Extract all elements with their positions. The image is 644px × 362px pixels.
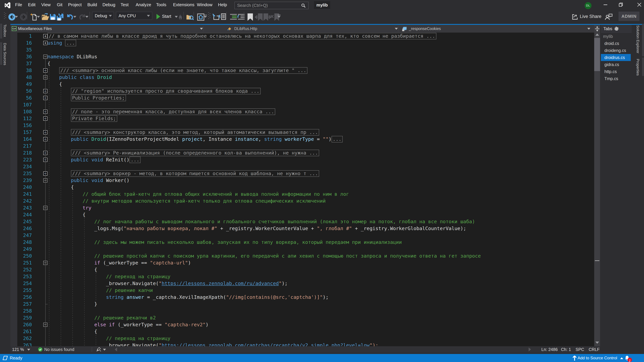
split-window-icon[interactable] bbox=[595, 26, 600, 31]
scrollbar-thumb[interactable] bbox=[594, 38, 600, 71]
start-debug-icon[interactable] bbox=[156, 14, 160, 19]
hscroll-right-icon[interactable] bbox=[528, 348, 531, 352]
menu-extensions[interactable]: Extensions bbox=[173, 0, 194, 9]
tool-tab-solution-explorer[interactable]: Solution Explorer bbox=[636, 25, 640, 55]
navbar-project-dropdown[interactable]: Miscellaneous Files bbox=[18, 25, 52, 32]
code-line-49[interactable]: 49{ bbox=[10, 81, 594, 88]
close-button[interactable] bbox=[634, 0, 644, 9]
toolbar-overflow-icon[interactable] bbox=[204, 15, 207, 18]
background-tasks-icon[interactable] bbox=[3, 356, 8, 360]
project-badge[interactable]: mylib bbox=[314, 1, 330, 9]
redo-dropdown[interactable] bbox=[85, 16, 88, 18]
collapsed-region-box[interactable]: Public Properties; bbox=[71, 95, 126, 101]
menu-project[interactable]: Project bbox=[68, 0, 82, 9]
code-line-241[interactable]: 241// общий блок трай-кетч для отлова об… bbox=[10, 191, 594, 198]
code-line-245[interactable]: 245// лог начала работы с выводом локаль… bbox=[10, 218, 594, 225]
code-line-249[interactable]: 249 bbox=[10, 246, 594, 253]
avatar[interactable]: DL bbox=[585, 2, 592, 9]
add-to-source-control-button[interactable]: Add to Source Control bbox=[578, 354, 617, 362]
save-all-icon[interactable] bbox=[56, 13, 64, 21]
expand-region-icon[interactable]: + bbox=[43, 41, 48, 45]
code-line-217[interactable]: 217 bbox=[10, 143, 594, 149]
tab-group-mylib[interactable]: mylib bbox=[601, 33, 631, 40]
expand-region-icon[interactable]: + bbox=[43, 34, 48, 38]
code-line-164[interactable]: 164+public Droid(IZennoPosterProjectMode… bbox=[10, 136, 594, 143]
menu-help[interactable]: Help bbox=[218, 0, 227, 9]
code-cleanup-caret-icon[interactable] bbox=[103, 349, 106, 351]
gear-icon[interactable] bbox=[614, 26, 619, 31]
collapsed-region-box[interactable]: /// <summary> воркер - метод, в котором … bbox=[71, 170, 319, 177]
navbar-project-caret-icon[interactable] bbox=[200, 28, 203, 30]
browser-home-icon[interactable] bbox=[197, 13, 204, 21]
code-line-246[interactable]: 246_logs.Msg("начало работы воркера, лок… bbox=[10, 225, 594, 232]
admin-button[interactable]: ADMIN bbox=[618, 11, 640, 21]
code-line-157[interactable]: 157+/// <summary> конструктор класса, эт… bbox=[10, 129, 594, 136]
outlining-margin-line[interactable] bbox=[45, 59, 46, 346]
code-line-48[interactable]: 48−public class Droid bbox=[10, 74, 594, 81]
undo-icon[interactable] bbox=[66, 13, 74, 21]
code-cleanup-icon[interactable] bbox=[96, 347, 101, 352]
menu-window[interactable]: Window bbox=[197, 0, 212, 9]
code-line-112[interactable]: 112+Private Fields; bbox=[10, 115, 594, 122]
line-ending-indicator[interactable]: CRLF bbox=[589, 346, 600, 353]
menu-test[interactable]: Test bbox=[120, 0, 129, 9]
code-line-38[interactable]: 38+/// <summary> основной класс либы (ес… bbox=[10, 67, 594, 74]
code-line-218[interactable]: 218+/// <summary> Ре-инициализация (посл… bbox=[10, 149, 594, 156]
code-line-36[interactable]: 36−namespace DLibRus bbox=[10, 53, 594, 60]
collapsed-region-box[interactable]: Private Fields; bbox=[71, 115, 117, 122]
redo-icon[interactable] bbox=[78, 13, 86, 21]
code-line-234[interactable]: 234 bbox=[10, 163, 594, 170]
code-line-35[interactable]: 35 bbox=[10, 46, 594, 53]
collapsed-region-box[interactable]: ... bbox=[332, 136, 343, 142]
minimize-button[interactable] bbox=[600, 0, 611, 9]
open-folder-icon[interactable] bbox=[42, 13, 49, 21]
code-line-262[interactable]: 262// переход на страницу bbox=[10, 335, 594, 342]
code-line-242[interactable]: 242// внутри методов используется трай-к… bbox=[10, 198, 594, 204]
tab-file-http.cs[interactable]: http.cs bbox=[601, 68, 631, 75]
code-line-156[interactable]: 156 bbox=[10, 122, 594, 129]
toolbar-grip[interactable] bbox=[4, 12, 6, 19]
source-control-caret-icon[interactable] bbox=[620, 357, 623, 359]
code-line-1[interactable]: 1+// в самом начале либы в классе дроид … bbox=[10, 33, 594, 39]
decrease-indent-icon[interactable] bbox=[230, 13, 238, 21]
code-line-235[interactable]: 235+/// <summary> воркер - метод, в кото… bbox=[10, 170, 594, 177]
menu-view[interactable]: View bbox=[41, 0, 51, 9]
tab-file-droidrus.cs[interactable]: droidrus.cs bbox=[601, 54, 631, 61]
code-line-255[interactable]: 255// решение капчи bbox=[10, 287, 594, 294]
solution-configuration-select[interactable]: Debug bbox=[92, 12, 114, 20]
code-line-258[interactable]: 258 bbox=[10, 308, 594, 314]
peek-definition-icon[interactable] bbox=[218, 13, 227, 21]
code-editor[interactable]: 1+// в самом начале либы в классе дроид … bbox=[10, 33, 594, 346]
code-line-250[interactable]: 250// решение простой капчи с поиском ур… bbox=[10, 253, 594, 259]
code-line-248[interactable]: 248// здесь мы можем писать несколько ша… bbox=[10, 239, 594, 246]
code-line-256[interactable]: 256string answer = _captcha.XevilImageXp… bbox=[10, 294, 594, 301]
code-line-56[interactable]: 56+Public Properties; bbox=[10, 94, 594, 101]
undo-dropdown[interactable] bbox=[73, 16, 76, 18]
tab-file-droid.cs[interactable]: droid.cs bbox=[601, 40, 631, 47]
code-line-247[interactable]: 247 bbox=[10, 232, 594, 239]
vertical-scrollbar[interactable] bbox=[594, 25, 600, 353]
menu-build[interactable]: Build bbox=[88, 0, 97, 9]
menu-edit[interactable]: Edit bbox=[28, 0, 36, 9]
code-line-243[interactable]: 243−try bbox=[10, 204, 594, 211]
tool-tab-data-sources[interactable]: Data Sources bbox=[3, 43, 7, 65]
new-file-dropdown[interactable] bbox=[37, 16, 40, 18]
navigate-back-icon[interactable] bbox=[8, 13, 16, 21]
health-status[interactable]: No issues found bbox=[44, 346, 74, 353]
new-file-icon[interactable] bbox=[30, 13, 38, 21]
menu-file[interactable]: File bbox=[15, 0, 22, 9]
horizontal-scrollbar[interactable] bbox=[120, 346, 527, 353]
code-line-260[interactable]: 260−else if (_workerType == "captcha-rev… bbox=[10, 321, 594, 328]
code-line-108[interactable]: 108+// поле - это переменная класса, дос… bbox=[10, 108, 594, 115]
menu-git[interactable]: Git bbox=[57, 0, 62, 9]
collapsed-region-box[interactable]: ... bbox=[130, 157, 140, 163]
collapsed-region-box[interactable]: /// <summary> основной класс либы (если … bbox=[59, 67, 308, 74]
column-indicator[interactable]: Ch: 1 bbox=[561, 346, 571, 353]
start-button[interactable]: Start bbox=[162, 14, 171, 19]
code-line-223[interactable]: 223+public void ReInit()... bbox=[10, 156, 594, 163]
tab-file-gidra.cs[interactable]: gidra.cs bbox=[601, 61, 631, 68]
code-line-257[interactable]: 257} bbox=[10, 301, 594, 308]
code-line-244[interactable]: 244{ bbox=[10, 211, 594, 218]
navbar-member-caret-icon[interactable] bbox=[587, 28, 590, 30]
navigate-to-icon[interactable] bbox=[212, 13, 220, 21]
